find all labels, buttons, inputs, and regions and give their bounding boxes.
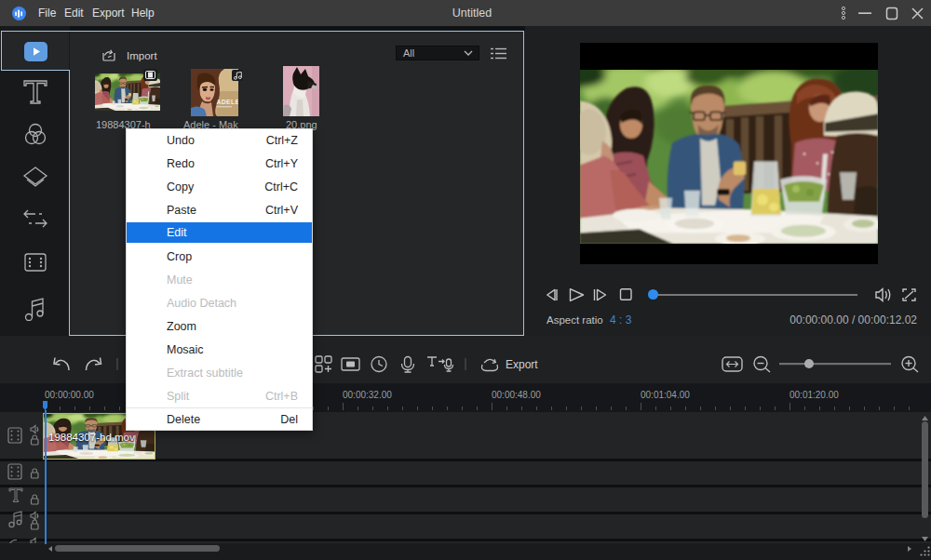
- svg-text:Export: Export: [506, 358, 538, 371]
